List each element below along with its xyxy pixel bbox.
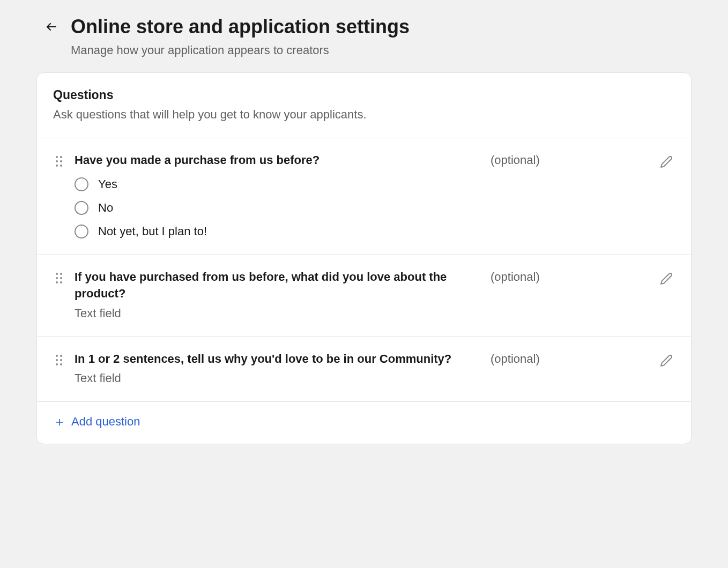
svg-point-8 <box>60 273 62 275</box>
svg-point-11 <box>56 281 58 283</box>
add-question-label: Add question <box>71 415 140 429</box>
pencil-icon <box>660 354 673 367</box>
option-label: Not yet, but I plan to! <box>98 225 207 238</box>
add-question-button[interactable]: ＋ Add question <box>53 415 140 429</box>
svg-point-16 <box>60 359 62 361</box>
drag-handle[interactable] <box>53 271 65 285</box>
question-title: In 1 or 2 sentences, tell us why you'd l… <box>75 352 451 365</box>
card-title: Questions <box>53 88 675 102</box>
svg-point-2 <box>60 156 62 158</box>
svg-point-4 <box>60 160 62 162</box>
question-type-hint: Text field <box>75 307 648 320</box>
question-title: Have you made a purchase from us before? <box>75 153 320 167</box>
svg-point-9 <box>56 277 58 279</box>
svg-point-5 <box>56 165 58 167</box>
drag-handle[interactable] <box>53 154 65 168</box>
drag-icon <box>55 354 63 366</box>
question-type-hint: Text field <box>75 371 648 385</box>
pencil-icon <box>660 272 673 285</box>
svg-point-10 <box>60 277 62 279</box>
radio-icon <box>75 177 88 191</box>
svg-point-3 <box>56 160 58 162</box>
svg-point-6 <box>60 165 62 167</box>
svg-point-18 <box>60 363 62 365</box>
radio-option[interactable]: No <box>75 201 648 215</box>
questions-card: Questions Ask questions that will help y… <box>36 72 692 444</box>
question-title: If you have purchased from us before, wh… <box>75 270 447 300</box>
back-button[interactable] <box>43 18 60 35</box>
svg-point-17 <box>56 363 58 365</box>
plus-icon: ＋ <box>53 415 66 428</box>
card-header: Questions Ask questions that will help y… <box>37 73 691 138</box>
edit-question-button[interactable] <box>658 153 675 170</box>
back-arrow-icon <box>45 20 58 33</box>
card-description: Ask questions that will help you get to … <box>53 108 675 122</box>
question-optional-label: (optional) <box>491 352 540 366</box>
question-optional-label: (optional) <box>491 153 540 167</box>
page-header: Online store and application settings Ma… <box>36 15 692 57</box>
page-title: Online store and application settings <box>71 15 410 38</box>
drag-icon <box>55 155 63 167</box>
svg-point-7 <box>56 273 58 275</box>
radio-option[interactable]: Not yet, but I plan to! <box>75 225 648 238</box>
edit-question-button[interactable] <box>658 270 675 287</box>
question-row: Have you made a purchase from us before?… <box>37 138 691 255</box>
card-footer: ＋ Add question <box>37 402 691 444</box>
drag-handle[interactable] <box>53 353 65 367</box>
page-subtitle: Manage how your application appears to c… <box>71 43 410 57</box>
edit-question-button[interactable] <box>658 352 675 369</box>
drag-icon <box>55 272 63 284</box>
radio-icon <box>75 201 88 215</box>
option-label: No <box>98 201 113 215</box>
svg-point-14 <box>60 355 62 357</box>
svg-point-1 <box>56 156 58 158</box>
option-label: Yes <box>98 177 117 191</box>
question-optional-label: (optional) <box>491 270 540 284</box>
radio-icon <box>75 225 88 238</box>
pencil-icon <box>660 155 673 168</box>
svg-point-13 <box>56 355 58 357</box>
svg-point-15 <box>56 359 58 361</box>
svg-point-12 <box>60 281 62 283</box>
question-row: In 1 or 2 sentences, tell us why you'd l… <box>37 337 691 402</box>
question-row: If you have purchased from us before, wh… <box>37 255 691 337</box>
radio-option[interactable]: Yes <box>75 177 648 191</box>
question-options: Yes No Not yet, but I plan to! <box>75 177 648 238</box>
